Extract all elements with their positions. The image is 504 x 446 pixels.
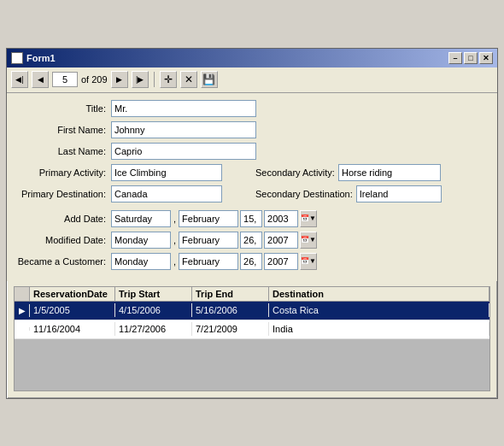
lastname-label: Last Name: xyxy=(17,146,111,156)
title-bar-left: Form1 xyxy=(11,52,56,64)
col-header-arrow xyxy=(15,287,30,301)
main-window: Form1 – □ ✕ ◀| ◀ of 209 ▶ |▶ ✛ ✕ 💾 Title… xyxy=(6,48,498,399)
secondary-activity-group: Secondary Activity: xyxy=(255,164,487,181)
customer-date-month-input[interactable] xyxy=(179,253,238,270)
cell-trip-start: 4/15/2006 xyxy=(115,303,192,317)
first-record-button[interactable]: ◀| xyxy=(11,71,28,88)
modified-date-year-input[interactable] xyxy=(264,232,298,249)
activity-row: Primary Activity: Secondary Activity: xyxy=(17,164,487,181)
add-date-day-input[interactable] xyxy=(111,210,171,227)
customer-date-year-input[interactable] xyxy=(264,253,298,270)
modified-date-day-input[interactable] xyxy=(111,232,171,249)
maximize-button[interactable]: □ xyxy=(464,52,478,64)
cell-reservation-date: 11/16/2004 xyxy=(30,322,115,336)
secondary-dest-group: Secondary Destination: xyxy=(255,185,487,202)
primary-dest-group: Primary Destination: xyxy=(17,185,249,202)
modified-date-picker-button[interactable]: 📅▼ xyxy=(300,232,317,249)
title-bar-buttons: – □ ✕ xyxy=(448,52,493,64)
add-record-button[interactable]: ✛ xyxy=(160,71,177,88)
add-date-label: Add Date: xyxy=(17,214,111,224)
destination-row: Primary Destination: Secondary Destinati… xyxy=(17,185,487,202)
customer-date-label: Became a Customer: xyxy=(17,256,111,267)
delete-record-button[interactable]: ✕ xyxy=(180,71,197,88)
row-arrow: ▶ xyxy=(15,304,30,317)
window-icon xyxy=(11,52,23,64)
primary-activity-label: Primary Activity: xyxy=(17,167,111,178)
col-header-trip-end: Trip End xyxy=(192,287,269,301)
modified-date-month-input[interactable] xyxy=(179,232,238,249)
customer-date-day-input[interactable] xyxy=(111,253,171,270)
secondary-dest-input[interactable] xyxy=(356,185,442,202)
toolbar-separator xyxy=(154,72,155,87)
secondary-activity-input[interactable] xyxy=(338,164,441,181)
toolbar: ◀| ◀ of 209 ▶ |▶ ✛ ✕ 💾 xyxy=(7,67,497,93)
secondary-dest-label: Secondary Destination: xyxy=(255,189,356,199)
add-date-year-input[interactable] xyxy=(264,210,298,227)
title-bar: Form1 – □ ✕ xyxy=(7,49,497,67)
add-date-field: , 📅▼ xyxy=(111,210,317,227)
record-number-input[interactable] xyxy=(52,72,78,87)
firstname-input[interactable] xyxy=(111,121,256,138)
modified-date-label: Modified Date: xyxy=(17,235,111,245)
cell-trip-start: 11/27/2006 xyxy=(115,322,192,336)
firstname-label: First Name: xyxy=(17,125,111,135)
table-empty-area xyxy=(15,339,489,390)
next-record-button[interactable]: ▶ xyxy=(111,71,128,88)
col-header-destination: Destination xyxy=(269,287,489,301)
close-button[interactable]: ✕ xyxy=(479,52,493,64)
form-body: Title: First Name: Last Name: Primary Ac… xyxy=(7,93,497,281)
lastname-row: Last Name: xyxy=(17,143,487,160)
add-date-month-input[interactable] xyxy=(179,210,238,227)
prev-record-button[interactable]: ◀ xyxy=(32,71,49,88)
customer-date-row: Became a Customer: , 📅▼ xyxy=(17,253,487,270)
cell-trip-end: 7/21/2009 xyxy=(192,322,269,336)
modified-date-field: , 📅▼ xyxy=(111,232,317,249)
modified-date-daynum-input[interactable] xyxy=(240,232,262,249)
title-field-label: Title: xyxy=(17,103,111,114)
title-row: Title: xyxy=(17,100,487,117)
primary-activity-group: Primary Activity: xyxy=(17,164,249,181)
primary-activity-input[interactable] xyxy=(111,164,222,181)
customer-date-picker-button[interactable]: 📅▼ xyxy=(300,253,317,270)
cell-trip-end: 5/16/2006 xyxy=(192,303,269,317)
customer-date-daynum-input[interactable] xyxy=(240,253,262,270)
primary-dest-label: Primary Destination: xyxy=(17,189,111,199)
col-header-reservation-date: ReservationDate xyxy=(30,287,115,301)
secondary-activity-label: Secondary Activity: xyxy=(255,167,338,178)
last-record-button[interactable]: |▶ xyxy=(132,71,149,88)
primary-dest-input[interactable] xyxy=(111,185,222,202)
cell-reservation-date: 1/5/2005 xyxy=(30,303,115,317)
cell-destination: Costa Rica xyxy=(269,303,489,317)
table-row[interactable]: ▶ 1/5/2005 4/15/2006 5/16/2006 Costa Ric… xyxy=(15,302,489,320)
add-date-row: Add Date: , 📅▼ xyxy=(17,210,487,227)
modified-date-row: Modified Date: , 📅▼ xyxy=(17,232,487,249)
minimize-button[interactable]: – xyxy=(448,52,462,64)
add-date-picker-button[interactable]: 📅▼ xyxy=(300,210,317,227)
table-row[interactable]: 11/16/2004 11/27/2006 7/21/2009 India xyxy=(15,320,489,339)
title-input[interactable] xyxy=(111,100,256,117)
firstname-row: First Name: xyxy=(17,121,487,138)
row-arrow xyxy=(15,327,30,331)
col-header-trip-start: Trip Start xyxy=(115,287,192,301)
reservations-table: ReservationDate Trip Start Trip End Dest… xyxy=(14,286,490,391)
table-header: ReservationDate Trip Start Trip End Dest… xyxy=(15,287,489,302)
customer-date-field: , 📅▼ xyxy=(111,253,317,270)
total-records-label: of 209 xyxy=(81,74,108,85)
cell-destination: India xyxy=(269,322,489,336)
lastname-input[interactable] xyxy=(111,143,256,160)
add-date-daynum-input[interactable] xyxy=(240,210,262,227)
window-title: Form1 xyxy=(26,53,56,63)
save-record-button[interactable]: 💾 xyxy=(201,71,218,88)
